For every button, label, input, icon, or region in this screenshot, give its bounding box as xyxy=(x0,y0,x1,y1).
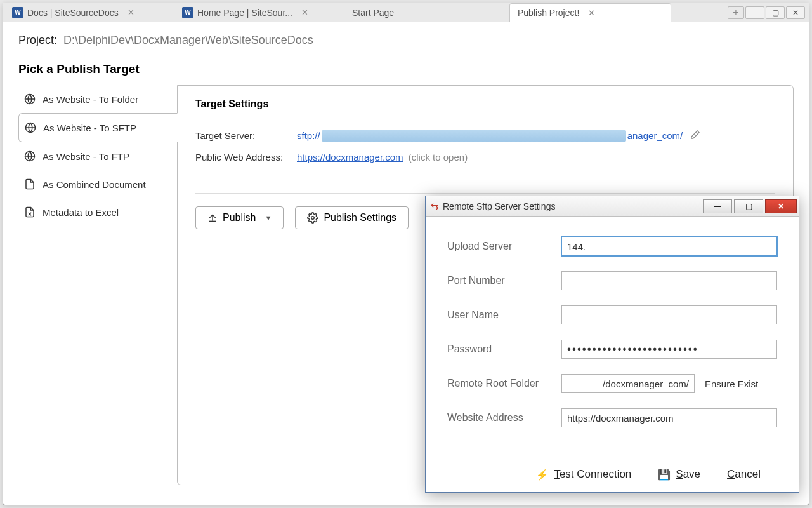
target-settings-heading: Target Settings xyxy=(195,98,775,119)
remote-root-input[interactable] xyxy=(561,374,695,393)
target-label: Metadata to Excel xyxy=(43,207,119,218)
bolt-icon: ⚡ xyxy=(536,469,549,481)
redacted-span xyxy=(322,130,626,142)
globe-icon xyxy=(23,150,36,163)
remote-root-label: Remote Root Folder xyxy=(447,378,561,389)
globe-icon xyxy=(23,93,36,105)
pick-publish-target-heading: Pick a Publish Target xyxy=(18,62,794,76)
tab-label: Publish Project! xyxy=(518,8,579,18)
user-name-input[interactable] xyxy=(561,305,777,324)
close-icon[interactable]: ✕ xyxy=(128,8,134,17)
target-server-label: Target Server: xyxy=(195,130,297,141)
tab-label: Home Page | SiteSour... xyxy=(197,8,292,18)
dialog-title: ⇆ Remote Sftp Server Settings xyxy=(431,201,555,212)
tab-start-page[interactable]: Start Page xyxy=(344,3,509,22)
tab-docs[interactable]: W Docs | SiteSourceDocs ✕ xyxy=(4,3,174,22)
dialog-close-button[interactable]: ✕ xyxy=(765,199,797,213)
svg-rect-3 xyxy=(209,221,216,222)
publish-settings-button[interactable]: Publish Settings xyxy=(295,206,409,229)
target-metadata-excel[interactable]: Metadata to Excel xyxy=(18,198,164,226)
close-icon[interactable]: ✕ xyxy=(301,8,308,17)
upload-server-input[interactable] xyxy=(561,237,777,256)
target-server-value[interactable]: sftp:// anager_com/ xyxy=(297,130,683,142)
globe-icon xyxy=(24,121,37,134)
sftp-suffix: anager_com/ xyxy=(627,130,683,141)
dialog-window-controls: — ▢ ✕ xyxy=(703,199,799,213)
target-sftp[interactable]: As Website - To SFTP xyxy=(18,113,178,142)
chevron-down-icon: ▼ xyxy=(265,214,272,222)
tab-bar: W Docs | SiteSourceDocs ✕ W Home Page | … xyxy=(3,3,809,22)
tab-publish-project[interactable]: Publish Project! ✕ xyxy=(509,3,671,22)
target-label: As Website - To Folder xyxy=(43,94,138,105)
password-label: Password xyxy=(447,344,561,355)
target-label: As Website - To FTP xyxy=(43,151,129,162)
cancel-button[interactable]: Cancel xyxy=(727,468,761,481)
tab-label: Docs | SiteSourceDocs xyxy=(27,8,119,18)
save-button[interactable]: 💾 Save xyxy=(658,468,700,481)
port-number-label: Port Number xyxy=(447,275,561,286)
server-icon: ⇆ xyxy=(431,201,439,212)
public-web-value[interactable]: https://docxmanager.com (click to open) xyxy=(297,152,468,163)
public-web-row: Public Web Address: https://docxmanager.… xyxy=(195,147,775,168)
close-window-button[interactable]: ✕ xyxy=(786,6,805,19)
sftp-prefix: sftp:// xyxy=(297,130,320,141)
target-ftp[interactable]: As Website - To FTP xyxy=(18,142,164,170)
target-label: As Combined Document xyxy=(43,179,146,190)
port-number-input[interactable] xyxy=(561,271,777,290)
minimize-button[interactable]: — xyxy=(745,6,764,19)
password-input[interactable] xyxy=(561,340,777,359)
save-icon: 💾 xyxy=(658,469,671,481)
target-folder[interactable]: As Website - To Folder xyxy=(18,85,164,113)
dialog-maximize-button[interactable]: ▢ xyxy=(734,199,763,213)
target-label: As Website - To SFTP xyxy=(43,123,136,133)
dialog-footer: ⚡ Test Connection 💾 Save Cancel xyxy=(426,468,799,481)
project-label: Project: xyxy=(18,34,57,47)
document-icon xyxy=(23,178,36,190)
user-name-label: User Name xyxy=(447,309,561,321)
test-connection-button[interactable]: ⚡ Test Connection xyxy=(536,468,631,481)
maximize-button[interactable]: ▢ xyxy=(766,6,785,19)
publish-targets-list: As Website - To Folder As Website - To S… xyxy=(18,85,164,485)
word-icon: W xyxy=(182,7,193,18)
website-address-label: Website Address xyxy=(447,412,561,424)
gear-icon xyxy=(307,212,318,224)
target-server-row: Target Server: sftp:// anager_com/ xyxy=(195,124,775,147)
website-address-input[interactable] xyxy=(561,408,777,427)
pencil-icon[interactable] xyxy=(690,130,700,142)
dialog-body: Upload Server Port Number User Name Pass… xyxy=(426,217,799,449)
dialog-minimize-button[interactable]: — xyxy=(703,199,732,213)
close-icon[interactable]: ✕ xyxy=(588,8,595,18)
file-icon xyxy=(23,206,36,218)
project-path-line: Project: D:\DelphiDev\DocxManagerWeb\Sit… xyxy=(18,34,794,47)
tab-home[interactable]: W Home Page | SiteSour... ✕ xyxy=(174,3,344,22)
target-combined-doc[interactable]: As Combined Document xyxy=(18,170,164,198)
sftp-settings-dialog: ⇆ Remote Sftp Server Settings — ▢ ✕ Uplo… xyxy=(425,196,799,493)
upload-server-label: Upload Server xyxy=(447,241,561,252)
new-tab-button[interactable]: + xyxy=(728,6,744,19)
window-controls: + — ▢ ✕ xyxy=(728,6,809,19)
ensure-exist-link[interactable]: Ensure Exist xyxy=(705,378,758,389)
svg-point-4 xyxy=(311,217,315,220)
public-web-label: Public Web Address: xyxy=(195,152,297,163)
dialog-titlebar[interactable]: ⇆ Remote Sftp Server Settings — ▢ ✕ xyxy=(426,196,799,217)
publish-button[interactable]: PPublishublish ▼ xyxy=(195,206,284,229)
word-icon: W xyxy=(12,7,23,18)
project-path: D:\DelphiDev\DocxManagerWeb\SiteSourceDo… xyxy=(63,34,313,47)
tab-label: Start Page xyxy=(352,8,394,18)
